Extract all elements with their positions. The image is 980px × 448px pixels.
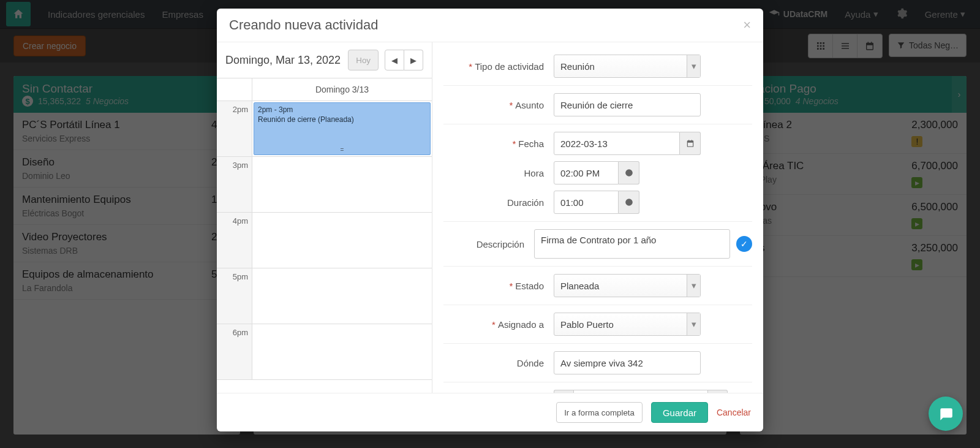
- time-slot[interactable]: [252, 213, 432, 268]
- subject-input[interactable]: [554, 93, 701, 116]
- contact-input[interactable]: [573, 390, 708, 393]
- time-picker-button[interactable]: [619, 161, 639, 184]
- chat-icon: [938, 406, 954, 422]
- calendar-icon: [686, 139, 695, 148]
- calendar-picker-button[interactable]: [680, 132, 701, 155]
- add-contact-button[interactable]: ✦: [554, 390, 573, 393]
- hour-label: 3pm: [217, 157, 252, 212]
- label-asignado: Asignado a: [498, 319, 544, 330]
- label-descripcion: Descripción: [477, 239, 524, 249]
- hour-label: 6pm: [217, 324, 252, 379]
- calendar-pane: Domingo, Mar 13, 2022 Hoy ◀ ▶ Domingo 3/…: [217, 42, 432, 393]
- prev-day-button[interactable]: ◀: [385, 50, 404, 70]
- chevron-down-icon: ▾: [687, 55, 700, 77]
- calendar-event[interactable]: 2pm - 3pm Reunión de cierre (Planeada) =: [254, 102, 431, 155]
- date-input[interactable]: [554, 132, 680, 155]
- create-activity-modal: Creando nueva actividad × Domingo, Mar 1…: [217, 9, 763, 431]
- time-slot[interactable]: [252, 157, 432, 212]
- calendar-date-heading: Domingo, Mar 13, 2022: [225, 54, 342, 67]
- label-tipo: Tipo de actividad: [475, 61, 544, 72]
- location-input[interactable]: [554, 351, 701, 374]
- hour-label: 4pm: [217, 213, 252, 268]
- validated-icon: ✓: [736, 236, 752, 252]
- time-input[interactable]: [554, 161, 619, 184]
- time-slot[interactable]: [252, 268, 432, 324]
- hour-label: 2pm: [217, 101, 252, 156]
- label-estado: Estado: [515, 281, 544, 291]
- clock-icon: [625, 198, 633, 207]
- description-textarea[interactable]: Firma de Contrato por 1 año: [534, 229, 730, 259]
- label-fecha: Fecha: [518, 139, 544, 149]
- save-button[interactable]: Guardar: [651, 402, 708, 423]
- modal-overlay: Creando nueva actividad × Domingo, Mar 1…: [0, 0, 980, 448]
- duration-input[interactable]: [554, 191, 619, 214]
- next-day-button[interactable]: ▶: [404, 50, 423, 70]
- event-time: 2pm - 3pm: [258, 105, 426, 114]
- time-slot[interactable]: [252, 324, 432, 379]
- activity-type-select[interactable]: Reunión▾: [554, 55, 701, 78]
- search-contact-button[interactable]: [708, 390, 728, 393]
- modal-title: Creando nueva actividad: [229, 17, 378, 33]
- time-slot[interactable]: 2pm - 3pm Reunión de cierre (Planeada) =: [252, 101, 432, 156]
- chat-button[interactable]: [929, 397, 963, 431]
- state-select[interactable]: Planeada▾: [554, 274, 701, 297]
- label-asunto: Asunto: [515, 100, 544, 110]
- label-donde: Dónde: [517, 358, 544, 368]
- clock-icon: [625, 169, 633, 177]
- assignee-select[interactable]: Pablo Puerto▾: [554, 313, 701, 336]
- chevron-down-icon: ▾: [687, 275, 700, 297]
- modal-header: Creando nueva actividad ×: [217, 9, 763, 42]
- hour-label: 5pm: [217, 268, 252, 324]
- label-duracion: Duración: [507, 197, 544, 208]
- chevron-down-icon: ▾: [687, 313, 700, 335]
- label-hora: Hora: [524, 168, 544, 178]
- event-title: Reunión de cierre (Planeada): [258, 115, 426, 124]
- activity-form: *Tipo de actividad Reunión▾ *Asunto *Fec…: [432, 42, 763, 393]
- duration-picker-button[interactable]: [619, 191, 639, 214]
- day-column-label: Domingo 3/13: [252, 78, 432, 101]
- cancel-link[interactable]: Cancelar: [717, 408, 751, 417]
- resize-handle-icon[interactable]: =: [254, 146, 430, 153]
- modal-footer: Ir a forma completa Guardar Cancelar: [217, 393, 763, 431]
- today-button[interactable]: Hoy: [348, 50, 379, 70]
- close-button[interactable]: ×: [743, 17, 751, 33]
- full-form-button[interactable]: Ir a forma completa: [556, 402, 643, 423]
